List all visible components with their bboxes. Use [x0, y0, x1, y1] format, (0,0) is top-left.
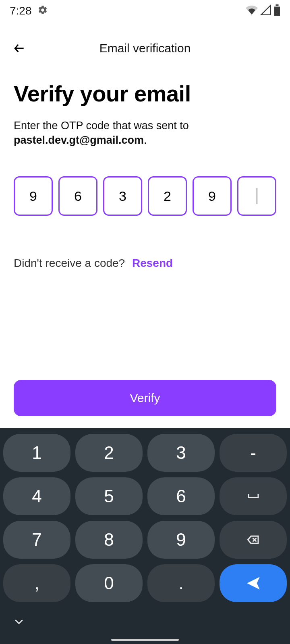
- key-6[interactable]: 6: [147, 477, 215, 515]
- nav-handle[interactable]: [111, 639, 179, 641]
- gear-icon: [37, 5, 48, 17]
- key-1[interactable]: 1: [3, 434, 70, 472]
- key-3[interactable]: 3: [147, 434, 215, 472]
- otp-digit-3[interactable]: 3: [103, 176, 142, 216]
- svg-rect-2: [274, 7, 280, 16]
- key-send[interactable]: [220, 564, 287, 602]
- page-title: Email verification: [0, 41, 290, 55]
- instruction-prefix: Enter the OTP code that was sent to: [14, 120, 189, 132]
- main-heading: Verify your email: [14, 81, 276, 106]
- numeric-keyboard: 1 2 3 - 4 5 6 7 8 9 , 0 .: [0, 428, 290, 644]
- key-comma[interactable]: ,: [3, 564, 70, 602]
- key-7[interactable]: 7: [3, 521, 70, 559]
- resend-link[interactable]: Resend: [132, 257, 173, 269]
- key-2[interactable]: 2: [75, 434, 143, 472]
- svg-rect-0: [276, 4, 279, 6]
- otp-digit-5[interactable]: 9: [193, 176, 232, 216]
- wifi-icon: [246, 4, 258, 18]
- battery-icon: [274, 4, 280, 17]
- key-0[interactable]: 0: [75, 564, 143, 602]
- otp-digit-6[interactable]: [237, 176, 276, 216]
- resend-question: Didn't receive a code?: [14, 257, 125, 269]
- key-5[interactable]: 5: [75, 477, 143, 515]
- otp-digit-2[interactable]: 6: [58, 176, 97, 216]
- cell-signal-icon: [260, 4, 271, 17]
- app-header: Email verification: [0, 30, 290, 67]
- resend-row: Didn't receive a code? Resend: [14, 257, 276, 270]
- key-9[interactable]: 9: [147, 521, 215, 559]
- key-period[interactable]: .: [147, 564, 215, 602]
- keyboard-collapse-icon[interactable]: [13, 615, 25, 629]
- instruction-text: Enter the OTP code that was sent to past…: [14, 118, 276, 148]
- otp-digit-1[interactable]: 9: [14, 176, 53, 216]
- verify-button[interactable]: Verify: [14, 380, 276, 416]
- status-bar: 7:28: [0, 0, 290, 22]
- email-address: pastel.dev.gt@gmail.com: [14, 134, 144, 146]
- key-4[interactable]: 4: [3, 477, 70, 515]
- key-8[interactable]: 8: [75, 521, 143, 559]
- status-time: 7:28: [10, 4, 32, 17]
- verify-label: Verify: [130, 391, 160, 405]
- otp-digit-4[interactable]: 2: [148, 176, 187, 216]
- key-space[interactable]: [220, 477, 287, 515]
- key-backspace[interactable]: [220, 521, 287, 559]
- otp-input-row: 9 6 3 2 9: [14, 176, 276, 216]
- instruction-suffix: .: [144, 134, 147, 146]
- key-dash[interactable]: -: [220, 434, 287, 472]
- back-button[interactable]: [10, 39, 29, 58]
